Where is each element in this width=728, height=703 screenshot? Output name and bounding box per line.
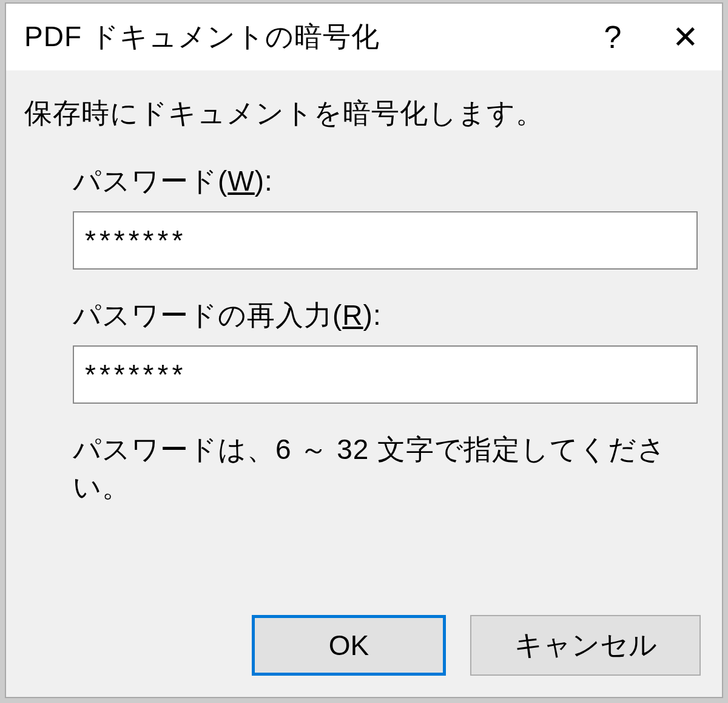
password-label: パスワード(W):	[73, 163, 686, 200]
titlebar: PDF ドキュメントの暗号化 ? ✕	[6, 4, 722, 70]
password-confirm-input[interactable]	[73, 345, 698, 404]
dialog-body: 保存時にドキュメントを暗号化します。 パスワード(W): パスワードの再入力(R…	[6, 70, 722, 506]
password-hint: パスワードは、6 ～ 32 文字で指定してください。	[73, 431, 704, 506]
password-field-block: パスワード(W):	[73, 163, 686, 270]
cancel-button[interactable]: キャンセル	[470, 615, 701, 676]
ok-button[interactable]: OK	[252, 615, 446, 676]
dialog-title: PDF ドキュメントの暗号化	[24, 18, 576, 56]
help-icon: ?	[604, 19, 622, 55]
password-confirm-field-block: パスワードの再入力(R):	[73, 297, 686, 404]
password-confirm-label: パスワードの再入力(R):	[73, 297, 686, 335]
close-icon: ✕	[672, 19, 699, 55]
description-text: 保存時にドキュメントを暗号化します。	[24, 95, 704, 132]
password-input[interactable]	[73, 211, 698, 270]
encrypt-pdf-dialog: PDF ドキュメントの暗号化 ? ✕ 保存時にドキュメントを暗号化します。 パス…	[5, 2, 723, 698]
close-button[interactable]: ✕	[649, 4, 722, 70]
help-button[interactable]: ?	[576, 4, 649, 70]
button-row: OK キャンセル	[252, 615, 701, 676]
